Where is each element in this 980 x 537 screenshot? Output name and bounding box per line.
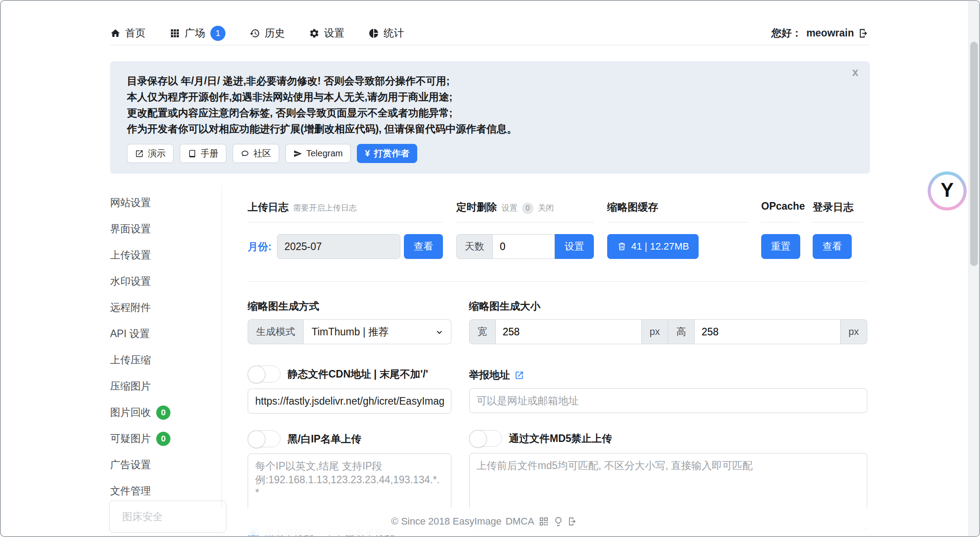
timed-delete-settings-link[interactable]: 设置 [502,203,518,213]
thumb-size-label: 缩略图生成大小 [469,299,868,313]
gears-icon [309,28,320,39]
thumb-method-addon: 生成模式 [248,319,304,344]
sidebar-item-label: 上传设置 [110,248,151,262]
sidebar-item-label: 界面设置 [110,222,151,236]
timed-delete-controls: 天数 设置 [456,234,594,259]
thumb-mode-value: TimThumb | 推荐 [312,325,389,339]
nav-item-stats[interactable]: 统计 [368,26,404,40]
app-window: 首页 广场 1 历史 设置 统计 您好： meowrain [0,0,980,537]
upload-log-controls: 月份: 查看 [248,234,443,259]
right-column: 缩略图生成大小 宽 px 高 px 举报地址 [469,299,868,537]
width-input[interactable] [496,319,642,344]
report-label: 举报地址 [469,368,510,382]
report-label-row: 举报地址 [469,368,868,382]
upload-log-view-button[interactable]: 查看 [404,234,443,259]
sidebar-item-watermark[interactable]: 水印设置 [110,268,221,294]
greeting-text: 您好： [771,26,802,40]
easyimage-float-logo[interactable]: Y [928,171,967,211]
sidebar-item-security-ghost[interactable]: 图床安全 [109,501,226,533]
nav-item-label: 历史 [265,26,285,40]
external-link-icon[interactable] [514,370,524,380]
settings-main: 上传日志 需要开启上传日志 定时删除 设置 0 关闭 缩略图缓存 OPcache [222,185,870,537]
md5-toggle[interactable] [469,430,502,447]
sidebar-item-api[interactable]: API 设置 [110,321,221,347]
sidebar-item-remote[interactable]: 远程附件 [110,294,221,321]
sidebar-item-compress-image[interactable]: 压缩图片 [110,373,221,399]
md5-toggle-row: 通过文件MD5禁止上传 [469,430,868,447]
nav-item-history[interactable]: 历史 [249,26,285,40]
sign-out-icon[interactable] [568,516,578,527]
nav-item-plaza[interactable]: 广场 1 [170,26,225,41]
login-log-header: 登录日志 [813,200,865,223]
sidebar-item-label: 图床安全 [122,510,163,524]
nav-item-label: 广场 [185,26,205,40]
report-input[interactable] [469,388,868,413]
pie-chart-icon [368,28,379,39]
days-input[interactable] [493,234,555,259]
vertical-scrollbar[interactable] [968,1,979,536]
thumb-cache-clear-label: 41 | 12.27MB [631,241,689,252]
chevron-down-icon [435,328,444,337]
login-log-title: 登录日志 [813,200,854,214]
ip-list-toggle[interactable] [248,430,281,447]
sidebar-item-label: 压缩图片 [110,379,151,393]
donate-button-label: 打赏作者 [374,147,409,159]
yen-icon: ¥ [365,148,370,159]
timed-delete-set-button[interactable]: 设置 [555,234,594,259]
sidebar-item-website[interactable]: 网站设置 [110,190,221,216]
ip-list-label: 黑/白IP名单上传 [288,432,361,446]
thumb-mode-select[interactable]: TimThumb | 推荐 [304,319,451,344]
md5-label: 通过文件MD5禁止上传 [509,432,612,446]
login-log-view-button[interactable]: 查看 [813,234,852,259]
cdn-toggle[interactable] [248,366,281,382]
comment-icon [241,149,249,158]
community-button-label: 社区 [253,147,271,159]
sidebar-item-upload[interactable]: 上传设置 [110,242,221,268]
timed-delete-state: 关闭 [538,203,554,213]
demo-button[interactable]: 演示 [127,144,174,163]
nav-item-settings[interactable]: 设置 [309,26,344,40]
sidebar-item-ads[interactable]: 广告设置 [110,452,221,478]
opcache-title: OPcache [761,200,805,212]
timed-delete-title: 定时删除 [456,200,497,214]
section-divider [248,281,867,282]
username: meowrain [806,27,854,39]
height-unit: px [841,319,867,344]
opcache-reset-button[interactable]: 重置 [761,234,800,259]
trash-icon [617,242,627,251]
telegram-button[interactable]: Telegram [285,144,351,163]
notice-line: 作为开发者你可以对相应功能进行扩展(增删改相应代码), 但请保留代码中源作者信息… [127,121,853,137]
demo-button-label: 演示 [148,147,166,159]
sidebar-item-label: API 设置 [110,327,150,341]
donate-button[interactable]: ¥ 打赏作者 [357,144,417,163]
sidebar-item-interface[interactable]: 界面设置 [110,216,221,242]
thumb-method-group: 生成模式 TimThumb | 推荐 [248,319,451,344]
sidebar-item-suspicious[interactable]: 可疑图片 0 [110,426,221,452]
nav-item-home[interactable]: 首页 [110,26,146,40]
manual-button[interactable]: 手册 [180,144,226,163]
sidebar-item-label: 文件管理 [110,484,151,498]
settings-sidebar: 网站设置 界面设置 上传设置 水印设置 远程附件 API 设置 上传压缩 压缩图… [110,185,222,537]
book-icon [188,149,197,158]
telegram-button-label: Telegram [306,148,343,159]
community-button[interactable]: 社区 [233,144,279,163]
qrcode-icon[interactable] [538,516,549,527]
height-input[interactable] [695,319,841,344]
sign-out-icon[interactable] [858,28,870,39]
cdn-toggle-row: 静态文件CDN地址 | 末尾不加'/' [248,366,451,382]
nav-item-label: 统计 [383,26,404,40]
cdn-input[interactable] [248,389,451,414]
month-input[interactable] [277,234,400,259]
lightbulb-icon[interactable] [553,516,564,527]
close-icon[interactable]: x [852,67,858,78]
thumb-cache-clear-button[interactable]: 41 | 12.27MB [607,234,699,259]
notice-buttons: 演示 手册 社区 Telegram ¥ 打赏作者 [127,144,853,163]
suspicious-count-badge: 0 [156,432,170,446]
sidebar-item-recycle[interactable]: 图片回收 0 [110,399,221,426]
ip-list-toggle-row: 黑/白IP名单上传 [248,430,451,447]
dmca-link[interactable]: DMCA [506,516,534,527]
sidebar-item-label: 远程附件 [110,301,151,314]
scrollbar-thumb[interactable] [970,42,978,266]
sidebar-item-upload-compress[interactable]: 上传压缩 [110,347,221,373]
thumb-method-label: 缩略图生成方式 [248,299,451,313]
